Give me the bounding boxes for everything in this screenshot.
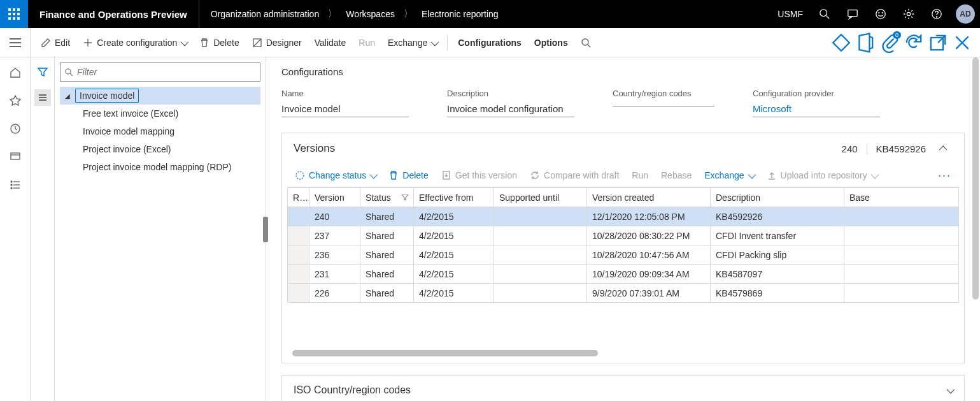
cell-base[interactable]: [844, 226, 959, 245]
cell-desc[interactable]: CFDI Invent transfer: [711, 226, 844, 245]
col-effective[interactable]: Effective from: [414, 188, 494, 207]
cell-status[interactable]: Shared: [360, 207, 414, 226]
create-configuration-button[interactable]: Create configuration: [76, 28, 193, 57]
table-row[interactable]: 236Shared4/2/201510/28/2020 10:47:56 AMC…: [288, 245, 959, 265]
popout-button[interactable]: [928, 33, 948, 53]
options-tab[interactable]: Options: [528, 28, 574, 57]
cell-version[interactable]: 226: [309, 284, 360, 303]
breadcrumb-item[interactable]: Workspaces: [346, 9, 395, 19]
app-launcher-button[interactable]: [0, 0, 28, 28]
cell-supported[interactable]: [494, 226, 587, 245]
cell-desc[interactable]: KB4592926: [711, 207, 844, 226]
cell-desc[interactable]: KB4579869: [711, 284, 844, 303]
messages-button[interactable]: [839, 0, 867, 28]
configurations-tab[interactable]: Configurations: [451, 28, 528, 57]
nav-toggle-button[interactable]: [0, 28, 31, 57]
col-version[interactable]: Version: [309, 188, 360, 207]
cell-effective[interactable]: 4/2/2015: [414, 226, 494, 245]
nav-recent[interactable]: [5, 119, 25, 139]
table-row[interactable]: 226Shared4/2/20159/9/2020 07:39:01 AMKB4…: [288, 284, 959, 303]
vertical-scrollbar[interactable]: [972, 57, 979, 300]
change-status-button[interactable]: Change status: [290, 168, 381, 183]
horizontal-scrollbar[interactable]: [292, 350, 954, 358]
office-button[interactable]: [855, 33, 876, 53]
company-picker[interactable]: USMF: [770, 9, 811, 19]
settings-button[interactable]: [895, 0, 923, 28]
col-r[interactable]: R...: [288, 188, 309, 207]
field-value-link[interactable]: Microsoft: [753, 102, 880, 117]
cell-r[interactable]: [288, 284, 309, 303]
cell-status[interactable]: Shared: [360, 226, 414, 245]
field-value[interactable]: Invoice model: [281, 102, 409, 117]
col-created[interactable]: Version created: [587, 188, 711, 207]
tree-item[interactable]: Project invoice (Excel): [60, 140, 260, 158]
breadcrumb-item[interactable]: Electronic reporting: [422, 9, 499, 19]
breadcrumb-item[interactable]: Organization administration: [211, 9, 319, 19]
avatar[interactable]: AD: [956, 4, 975, 24]
more-button[interactable]: ···: [933, 169, 956, 182]
exchange-button[interactable]: Exchange: [381, 28, 443, 57]
cell-desc[interactable]: KB4587097: [711, 265, 844, 284]
nav-home[interactable]: [5, 62, 25, 83]
cell-status[interactable]: Shared: [360, 245, 414, 265]
cell-r[interactable]: [288, 207, 309, 226]
cell-supported[interactable]: [494, 265, 587, 284]
table-row[interactable]: 237Shared4/2/201510/28/2020 08:30:22 PMC…: [288, 226, 959, 245]
cell-version[interactable]: 237: [309, 226, 360, 245]
cell-created[interactable]: 12/1/2020 12:05:08 PM: [587, 207, 711, 226]
cell-created[interactable]: 10/28/2020 08:30:22 PM: [587, 226, 711, 245]
cell-r[interactable]: [288, 265, 309, 284]
cell-supported[interactable]: [494, 207, 587, 226]
cell-effective[interactable]: 4/2/2015: [414, 245, 494, 265]
cell-version[interactable]: 240: [309, 207, 360, 226]
search-button[interactable]: [811, 0, 839, 28]
filter-rail-lines[interactable]: [34, 89, 51, 106]
delete-button[interactable]: Delete: [193, 28, 245, 57]
tree-collapse-icon[interactable]: ◢: [60, 92, 75, 99]
cell-effective[interactable]: 4/2/2015: [414, 207, 494, 226]
cell-effective[interactable]: 4/2/2015: [414, 284, 494, 303]
version-delete-button[interactable]: Delete: [383, 168, 433, 183]
refresh-button[interactable]: [904, 33, 924, 53]
cell-base[interactable]: [844, 284, 959, 303]
tree-root[interactable]: ◢ Invoice model: [60, 87, 260, 105]
nav-workspaces[interactable]: [5, 147, 25, 167]
cell-version[interactable]: 236: [309, 245, 360, 265]
cell-supported[interactable]: [494, 284, 587, 303]
validate-button[interactable]: Validate: [308, 28, 353, 57]
cell-desc[interactable]: CFDI Packing slip: [711, 245, 844, 265]
col-base[interactable]: Base: [844, 188, 959, 207]
edit-button[interactable]: Edit: [34, 28, 76, 57]
cell-base[interactable]: [844, 245, 959, 265]
cell-base[interactable]: [844, 265, 959, 284]
cell-created[interactable]: 9/9/2020 07:39:01 AM: [587, 284, 711, 303]
tree-item[interactable]: Project invoice model mapping (RDP): [60, 158, 260, 176]
cell-r[interactable]: [288, 245, 309, 265]
version-exchange-button[interactable]: Exchange: [699, 168, 758, 183]
cell-created[interactable]: 10/19/2020 09:09:34 AM: [587, 265, 711, 284]
tree-item[interactable]: Free text invoice (Excel): [60, 105, 260, 122]
filter-rail-funnel[interactable]: [34, 64, 51, 80]
cell-created[interactable]: 10/28/2020 10:47:56 AM: [587, 245, 711, 265]
help-button[interactable]: [923, 0, 951, 28]
feedback-button[interactable]: [867, 0, 895, 28]
col-supported[interactable]: Supported until: [494, 188, 587, 207]
cell-base[interactable]: [844, 207, 959, 226]
tree-filter-input[interactable]: [77, 67, 256, 77]
collapse-button[interactable]: [935, 140, 953, 157]
col-status[interactable]: Status: [360, 188, 414, 207]
cell-effective[interactable]: 4/2/2015: [414, 265, 494, 284]
cell-status[interactable]: Shared: [360, 284, 414, 303]
tree-item[interactable]: Invoice model mapping: [60, 122, 260, 140]
funnel-icon[interactable]: [402, 193, 408, 203]
designer-button[interactable]: Designer: [246, 28, 308, 57]
action-search-button[interactable]: [574, 28, 597, 57]
tree-filter[interactable]: [60, 62, 260, 82]
nav-favorites[interactable]: [5, 91, 25, 111]
feature-button[interactable]: [831, 33, 851, 53]
cell-status[interactable]: Shared: [360, 265, 414, 284]
nav-modules[interactable]: [5, 175, 25, 195]
cell-version[interactable]: 231: [309, 265, 360, 284]
close-button[interactable]: [952, 33, 972, 53]
table-row[interactable]: 231Shared4/2/201510/19/2020 09:09:34 AMK…: [288, 265, 959, 284]
